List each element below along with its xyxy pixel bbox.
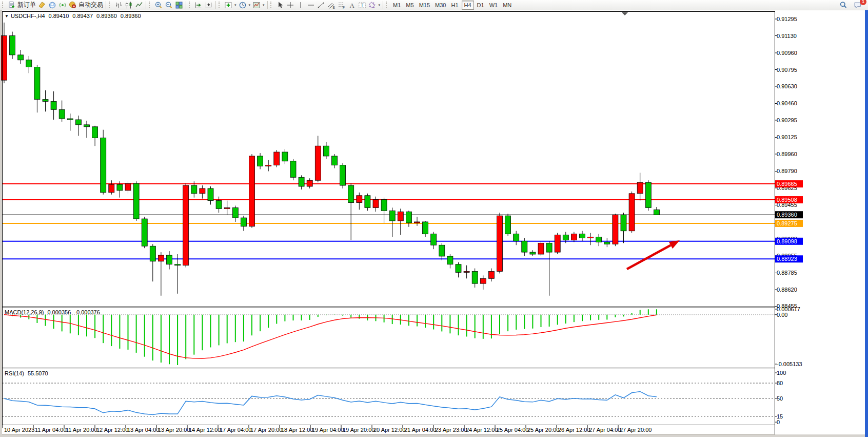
- new-order-button-label: 新订单: [17, 1, 36, 9]
- chart-canvas[interactable]: 0.912950.911300.909600.907950.906300.904…: [0, 0, 868, 437]
- toolbar-grip[interactable]: [189, 2, 192, 8]
- candle: [497, 213, 503, 273]
- line-chart-button[interactable]: [134, 1, 144, 10]
- candlestick-button[interactable]: [124, 1, 134, 10]
- ohlc-high: 0.89437: [72, 13, 93, 19]
- plot-area[interactable]: [2, 11, 775, 425]
- community-icon: [48, 1, 56, 9]
- search-icon: [839, 1, 847, 9]
- templates-button[interactable]: ▾: [251, 1, 266, 10]
- time-tick-label: 11 Apr 20:00: [66, 427, 97, 433]
- trendline-button[interactable]: [316, 1, 326, 10]
- price-badge: 0.88923: [775, 255, 803, 262]
- timeframe-d1[interactable]: D1: [475, 1, 486, 9]
- price-tick-label: 0.90795: [777, 67, 797, 73]
- candle: [645, 180, 651, 211]
- time-tick-label: 11 Apr 04:00: [35, 427, 67, 433]
- timeframe-w1[interactable]: W1: [487, 1, 500, 9]
- styler-icon: [38, 1, 46, 9]
- timeframe-h4[interactable]: H4: [462, 1, 474, 10]
- time-tick-label: 13 Apr 04:00: [127, 427, 159, 433]
- toolbar-grip[interactable]: [219, 2, 222, 8]
- rsi-scale-label: 100: [777, 370, 786, 376]
- candle: [629, 192, 635, 233]
- channel-button[interactable]: E: [326, 1, 337, 10]
- search-button[interactable]: [838, 1, 849, 10]
- price-tick-label: 0.88785: [777, 270, 797, 276]
- autotrade-icon: [69, 1, 77, 9]
- time-tick-label: 20 Apr 12:00: [373, 427, 405, 433]
- chart-shift-button[interactable]: [204, 1, 214, 10]
- timeframe-h1[interactable]: H1: [449, 1, 460, 9]
- time-tick-label: 27 Apr 20:00: [620, 427, 652, 433]
- indicators-button[interactable]: ▾: [223, 1, 238, 10]
- fibonacci-button[interactable]: F: [337, 1, 347, 10]
- autotrade-button-label: 自动交易: [78, 1, 103, 9]
- svg-text:0.89508: 0.89508: [777, 197, 797, 203]
- tile-windows-button[interactable]: [174, 1, 184, 10]
- autotrade-button[interactable]: 自动交易: [68, 1, 104, 10]
- cursor-icon: [276, 1, 284, 9]
- svg-text:0.89360: 0.89360: [777, 212, 797, 218]
- crosshair-button[interactable]: [285, 1, 295, 10]
- text-button[interactable]: A: [347, 1, 357, 10]
- timeframe-m1[interactable]: M1: [391, 1, 403, 9]
- timeframe-m5[interactable]: M5: [404, 1, 416, 9]
- timeframe-m15[interactable]: M15: [417, 1, 432, 9]
- zoom-out-button[interactable]: [164, 1, 174, 10]
- time-tick-label: 17 Apr 20:00: [250, 427, 282, 433]
- svg-text:F: F: [343, 6, 345, 9]
- toolbar-grip[interactable]: [149, 2, 152, 8]
- vline-button[interactable]: [295, 1, 306, 10]
- chat-button[interactable]: 1: [853, 1, 863, 10]
- candlestick-icon: [125, 1, 133, 9]
- toolbar-grip[interactable]: [109, 2, 112, 8]
- label-icon: T: [358, 1, 366, 9]
- candle: [538, 241, 544, 256]
- time-axis[interactable]: 10 Apr 202311 Apr 04:0011 Apr 20:0012 Ap…: [2, 425, 775, 434]
- community-button[interactable]: [47, 1, 57, 10]
- ohlc-low: 0.89360: [96, 13, 117, 19]
- shapes-button[interactable]: ▾: [367, 1, 382, 10]
- price-tick-label: 0.88620: [777, 287, 797, 293]
- time-tick-label: 21 Apr 04:00: [404, 427, 436, 433]
- periods-button[interactable]: ▾: [238, 1, 252, 10]
- timeframe-m30[interactable]: M30: [433, 1, 448, 9]
- price-tick-label: 0.90125: [777, 134, 797, 140]
- candle: [290, 159, 296, 180]
- time-tick-label: 27 Apr 04:00: [589, 427, 621, 433]
- chart-menu-icon[interactable]: ▼: [5, 14, 9, 18]
- toolbar-separator: [215, 1, 216, 9]
- candle: [101, 130, 106, 195]
- hline-icon: [307, 1, 315, 9]
- new-order-button[interactable]: 新订单: [7, 1, 37, 10]
- bar-chart-button[interactable]: [113, 1, 124, 10]
- price-tick-label: 0.89790: [777, 168, 797, 174]
- price-axis[interactable]: 0.912950.911300.909600.907950.906300.904…: [775, 11, 816, 425]
- auto-scroll-button[interactable]: [193, 1, 204, 10]
- label-button[interactable]: T: [357, 1, 367, 10]
- hline-button[interactable]: [306, 1, 316, 10]
- chevron-down-icon: ▾: [263, 3, 265, 7]
- timeframe-mn[interactable]: MN: [501, 1, 514, 9]
- zoom-in-button[interactable]: [153, 1, 164, 10]
- styler-button[interactable]: [37, 1, 47, 10]
- auto-scroll-icon: [194, 1, 203, 9]
- toolbar-grip[interactable]: [2, 2, 5, 8]
- chevron-down-icon: ▾: [379, 3, 381, 7]
- window-footer: [0, 434, 868, 437]
- time-tick-label: 12 Apr 12:00: [96, 427, 128, 433]
- signals-button[interactable]: [57, 1, 68, 10]
- candle: [142, 217, 147, 248]
- price-tick-label: 0.89960: [777, 151, 797, 157]
- bar-chart-icon: [114, 1, 123, 9]
- macd-indicator-label: MACD(12,26,9)0.000356-0.000376: [5, 309, 100, 315]
- shapes-icon: [368, 1, 377, 9]
- indicators-icon: [224, 1, 232, 9]
- cursor-button[interactable]: [275, 1, 285, 10]
- toolbar-grip[interactable]: [270, 2, 273, 8]
- time-tick-label: 13 Apr 20:00: [158, 427, 190, 433]
- rsi-name: RSI(14): [5, 370, 24, 376]
- svg-text:T: T: [361, 3, 364, 8]
- time-tick-label: 10 Apr 2023: [4, 427, 34, 433]
